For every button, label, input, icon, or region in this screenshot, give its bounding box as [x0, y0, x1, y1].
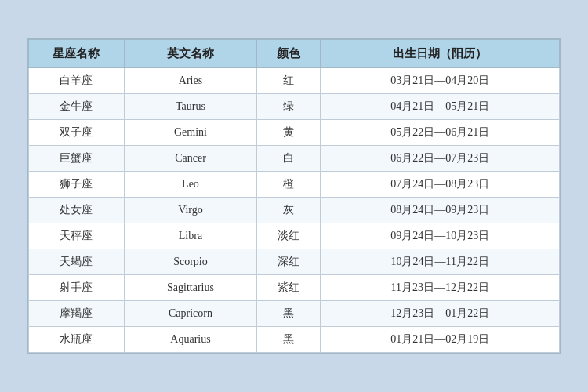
cell-chinese: 射手座 — [29, 275, 125, 301]
cell-date: 05月22日—06月21日 — [321, 120, 560, 146]
cell-chinese: 白羊座 — [29, 68, 125, 94]
cell-color: 绿 — [257, 94, 321, 120]
cell-chinese: 水瓶座 — [29, 327, 125, 353]
cell-english: Scorpio — [124, 249, 256, 275]
cell-chinese: 巨蟹座 — [29, 146, 125, 172]
cell-color: 黄 — [257, 120, 321, 146]
cell-english: Leo — [124, 172, 256, 198]
cell-date: 12月23日—01月22日 — [321, 301, 560, 327]
cell-date: 10月24日—11月22日 — [321, 249, 560, 275]
table-row: 处女座Virgo灰08月24日—09月23日 — [29, 198, 560, 223]
cell-english: Aries — [124, 68, 256, 94]
cell-date: 07月24日—08月23日 — [321, 172, 560, 198]
cell-english: Taurus — [124, 94, 256, 120]
zodiac-table: 星座名称 英文名称 颜色 出生日期（阳历） 白羊座Aries红03月21日—04… — [28, 39, 560, 353]
cell-color: 橙 — [257, 172, 321, 198]
cell-chinese: 狮子座 — [29, 172, 125, 198]
cell-chinese: 处女座 — [29, 198, 125, 223]
cell-color: 黑 — [257, 301, 321, 327]
cell-color: 淡红 — [257, 223, 321, 249]
cell-date: 11月23日—12月22日 — [321, 275, 560, 301]
cell-date: 08月24日—09月23日 — [321, 198, 560, 223]
table-row: 双子座Gemini黄05月22日—06月21日 — [29, 120, 560, 146]
cell-chinese: 天蝎座 — [29, 249, 125, 275]
header-chinese: 星座名称 — [29, 40, 125, 68]
table-row: 白羊座Aries红03月21日—04月20日 — [29, 68, 560, 94]
cell-chinese: 双子座 — [29, 120, 125, 146]
cell-date: 01月21日—02月19日 — [321, 327, 560, 353]
cell-english: Virgo — [124, 198, 256, 223]
cell-color: 紫红 — [257, 275, 321, 301]
cell-date: 03月21日—04月20日 — [321, 68, 560, 94]
cell-date: 09月24日—10月23日 — [321, 223, 560, 249]
cell-english: Cancer — [124, 146, 256, 172]
table-row: 射手座Sagittarius紫红11月23日—12月22日 — [29, 275, 560, 301]
cell-color: 白 — [257, 146, 321, 172]
cell-english: Sagittarius — [124, 275, 256, 301]
header-date: 出生日期（阳历） — [321, 40, 560, 68]
cell-color: 灰 — [257, 198, 321, 223]
cell-date: 04月21日—05月21日 — [321, 94, 560, 120]
cell-chinese: 摩羯座 — [29, 301, 125, 327]
table-row: 摩羯座Capricorn黑12月23日—01月22日 — [29, 301, 560, 327]
cell-chinese: 金牛座 — [29, 94, 125, 120]
table-row: 水瓶座Aquarius黑01月21日—02月19日 — [29, 327, 560, 353]
header-color: 颜色 — [257, 40, 321, 68]
header-english: 英文名称 — [124, 40, 256, 68]
table-row: 狮子座Leo橙07月24日—08月23日 — [29, 172, 560, 198]
cell-color: 红 — [257, 68, 321, 94]
table-row: 天秤座Libra淡红09月24日—10月23日 — [29, 223, 560, 249]
cell-english: Gemini — [124, 120, 256, 146]
zodiac-table-container: 星座名称 英文名称 颜色 出生日期（阳历） 白羊座Aries红03月21日—04… — [27, 38, 561, 354]
cell-english: Capricorn — [124, 301, 256, 327]
table-row: 天蝎座Scorpio深红10月24日—11月22日 — [29, 249, 560, 275]
table-row: 巨蟹座Cancer白06月22日—07月23日 — [29, 146, 560, 172]
table-header-row: 星座名称 英文名称 颜色 出生日期（阳历） — [29, 40, 560, 68]
cell-chinese: 天秤座 — [29, 223, 125, 249]
cell-color: 深红 — [257, 249, 321, 275]
cell-color: 黑 — [257, 327, 321, 353]
cell-english: Libra — [124, 223, 256, 249]
table-body: 白羊座Aries红03月21日—04月20日金牛座Taurus绿04月21日—0… — [29, 68, 560, 353]
cell-english: Aquarius — [124, 327, 256, 353]
table-row: 金牛座Taurus绿04月21日—05月21日 — [29, 94, 560, 120]
cell-date: 06月22日—07月23日 — [321, 146, 560, 172]
